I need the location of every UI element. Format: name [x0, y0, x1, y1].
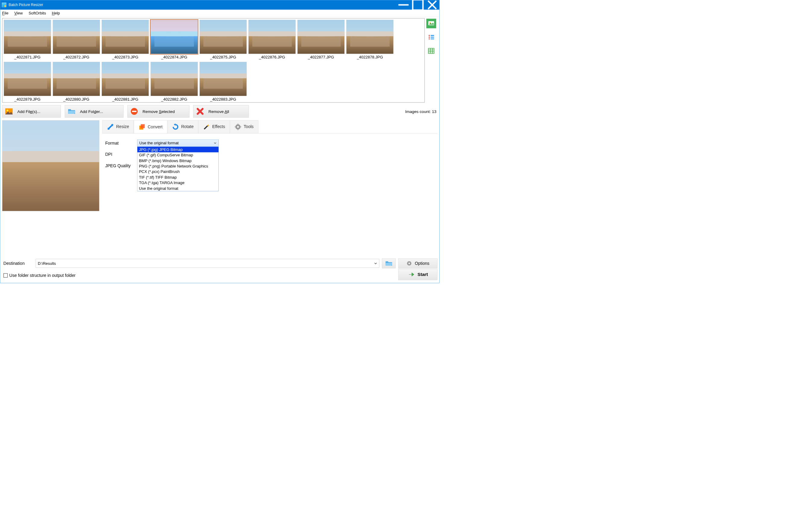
svg-point-8: [429, 38, 430, 39]
thumbnail-caption: _4022874.JPG: [161, 55, 187, 59]
svg-rect-22: [141, 124, 145, 128]
tab-rotate[interactable]: Rotate: [167, 120, 198, 133]
svg-rect-26: [238, 129, 238, 130]
images-count-label: Images count: 13: [405, 109, 437, 114]
thumbnail-image: [53, 20, 100, 54]
resize-icon: [107, 123, 114, 130]
dpi-label: DPI: [105, 152, 137, 157]
thumbnail-caption: _4022880.JPG: [63, 97, 89, 102]
view-details-icon[interactable]: [426, 46, 436, 55]
thumbnail-image: [102, 20, 149, 54]
tab-convert[interactable]: Convert: [134, 120, 167, 133]
thumbnail-item[interactable]: _4022872.JPG: [53, 20, 100, 59]
thumbnail-item[interactable]: _4022875.JPG: [199, 20, 247, 59]
thumbnail-item[interactable]: _4022874.JPG: [151, 20, 198, 59]
thumbnail-caption: _4022875.JPG: [210, 55, 236, 59]
format-option[interactable]: GIF (*.gif) CompuServe Bitmap: [138, 152, 219, 158]
thumbnail-item[interactable]: _4022883.JPG: [199, 62, 247, 102]
format-option[interactable]: JPG (*.jpg) JPEG Bitmap: [138, 147, 219, 152]
maximize-button[interactable]: [411, 0, 425, 10]
chevron-down-icon: [214, 142, 217, 145]
menu-view[interactable]: View: [14, 11, 23, 16]
effects-icon: [203, 123, 210, 130]
format-combo-head[interactable]: Use the original format: [137, 140, 219, 147]
tab-rotate-label: Rotate: [181, 124, 194, 129]
minimize-button[interactable]: [396, 0, 411, 10]
add-folder-label: Add Folder...: [80, 109, 103, 114]
svg-rect-28: [240, 127, 241, 127]
remove-icon: [130, 108, 138, 115]
thumbnail-image: [151, 20, 198, 54]
thumbnail-item[interactable]: _4022876.JPG: [248, 20, 295, 59]
preview-image: [2, 120, 100, 211]
close-button[interactable]: [425, 0, 439, 10]
thumbnail-item[interactable]: _4022871.JPG: [4, 20, 51, 59]
thumbnail-caption: _4022871.JPG: [15, 55, 41, 59]
folder-open-icon: [385, 260, 393, 266]
format-option[interactable]: Use the original format: [138, 185, 219, 191]
thumbnail-item[interactable]: _4022879.JPG: [4, 62, 51, 102]
remove-all-button[interactable]: Remove All: [193, 105, 249, 118]
menu-file[interactable]: File: [1, 11, 9, 16]
convert-panel: Format Use the original format JPG (*.jp…: [102, 133, 437, 256]
thumbnail-item[interactable]: _4022882.JPG: [151, 62, 198, 102]
add-files-label: Add File(s)...: [17, 109, 40, 114]
gear-icon: [406, 260, 412, 266]
tab-tools[interactable]: Tools: [230, 120, 258, 133]
svg-point-30: [409, 263, 410, 264]
destination-label: Destination: [2, 261, 33, 266]
options-button[interactable]: Options: [398, 258, 437, 268]
convert-icon: [139, 124, 146, 130]
menu-help[interactable]: Help: [51, 11, 60, 16]
format-option[interactable]: PCX (*.pcx) PaintBrush: [138, 169, 219, 175]
thumbnail-item[interactable]: _4022877.JPG: [297, 20, 345, 59]
delete-icon: [196, 108, 204, 115]
start-button[interactable]: Start: [398, 269, 437, 280]
jpeg-quality-label: JPEG Quality: [105, 163, 137, 168]
tab-resize[interactable]: Resize: [102, 120, 134, 133]
add-folder-button[interactable]: Add Folder...: [65, 105, 124, 118]
thumbnail-caption: _4022878.JPG: [357, 55, 383, 59]
format-combo-list[interactable]: JPG (*.jpg) JPEG BitmapGIF (*.gif) Compu…: [137, 147, 219, 191]
svg-point-18: [6, 109, 8, 111]
thumbnail-image: [248, 20, 295, 54]
format-option[interactable]: TGA (*.tga) TARGA Image: [138, 180, 219, 185]
add-files-button[interactable]: Add File(s)...: [2, 105, 61, 118]
format-option[interactable]: BMP (*.bmp) Windows Bitmap: [138, 158, 219, 163]
titlebar: Batch Picture Resizer: [0, 0, 439, 10]
start-label: Start: [418, 272, 428, 277]
destination-value: D:\Results: [38, 261, 56, 266]
view-thumbnails-icon[interactable]: [426, 19, 436, 28]
thumbnail-item[interactable]: _4022880.JPG: [53, 62, 100, 102]
svg-rect-27: [234, 127, 236, 127]
menu-softorbits[interactable]: SoftOrbits: [28, 11, 47, 16]
format-combo[interactable]: Use the original format JPG (*.jpg) JPEG…: [137, 140, 219, 147]
thumbnail-item[interactable]: _4022878.JPG: [346, 20, 394, 59]
thumbnail-image: [4, 20, 51, 54]
svg-rect-25: [238, 123, 238, 125]
thumbnail-item[interactable]: _4022873.JPG: [102, 20, 149, 59]
thumbnail-item[interactable]: _4022881.JPG: [102, 62, 149, 102]
tab-effects[interactable]: Effects: [198, 120, 230, 133]
svg-point-24: [237, 126, 239, 128]
thumbnail-image: [4, 62, 51, 96]
format-option[interactable]: PNG (*.png) Portable Network Graphics: [138, 163, 219, 169]
tab-resize-label: Resize: [116, 124, 129, 129]
view-list-icon[interactable]: [426, 33, 436, 42]
remove-selected-label: Remove Selected: [143, 109, 175, 114]
picture-icon: [5, 108, 13, 115]
thumbnail-image: [199, 62, 247, 96]
svg-rect-20: [132, 111, 137, 112]
destination-combo[interactable]: D:\Results: [36, 259, 380, 268]
use-folder-structure-checkbox[interactable]: [3, 273, 7, 277]
browse-destination-button[interactable]: [382, 258, 396, 268]
view-mode-strip: [426, 18, 437, 103]
thumbnail-caption: _4022882.JPG: [161, 97, 187, 102]
remove-selected-button[interactable]: Remove Selected: [127, 105, 190, 118]
thumbnail-caption: _4022881.JPG: [112, 97, 138, 102]
svg-rect-1: [413, 0, 423, 10]
format-option[interactable]: TIF (*.tif) TIFF Bitmap: [138, 175, 219, 180]
thumbnail-caption: _4022879.JPG: [15, 97, 41, 102]
thumbnail-caption: _4022872.JPG: [63, 55, 89, 59]
app-icon: [2, 3, 6, 7]
